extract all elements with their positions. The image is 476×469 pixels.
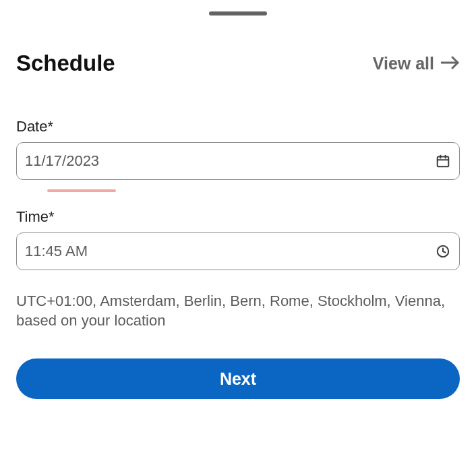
view-all-link[interactable]: View all xyxy=(373,54,460,73)
date-label: Date* xyxy=(16,118,460,135)
arrow-right-icon xyxy=(441,54,460,73)
page-title: Schedule xyxy=(16,51,115,76)
drag-handle[interactable] xyxy=(209,11,267,15)
date-input[interactable] xyxy=(16,142,460,180)
time-label: Time* xyxy=(16,208,460,226)
next-button[interactable]: Next xyxy=(16,358,460,399)
clock-icon[interactable] xyxy=(436,244,450,259)
date-underline xyxy=(47,189,116,192)
date-input-wrap xyxy=(16,142,460,180)
time-input[interactable] xyxy=(16,232,460,270)
svg-rect-1 xyxy=(438,157,449,167)
date-field-block: Date* xyxy=(0,118,476,180)
time-input-wrap xyxy=(16,232,460,270)
view-all-label: View all xyxy=(373,54,434,73)
svg-line-7 xyxy=(443,251,446,253)
timezone-helper-text: UTC+01:00, Amsterdam, Berlin, Bern, Rome… xyxy=(0,292,476,330)
time-field-block: Time* xyxy=(0,208,476,270)
calendar-icon[interactable] xyxy=(436,154,450,168)
